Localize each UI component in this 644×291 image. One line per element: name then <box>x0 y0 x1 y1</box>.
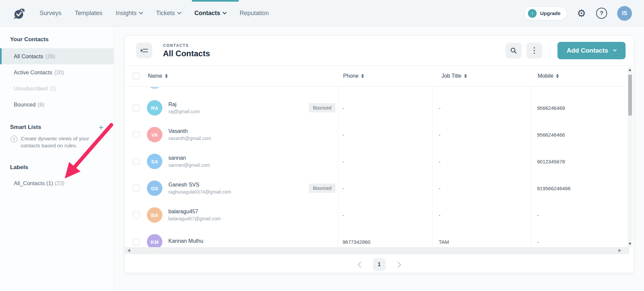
scroll-right-arrow-icon[interactable] <box>619 249 621 252</box>
contact-name: Raj <box>168 101 200 107</box>
add-smart-list-button[interactable]: + <box>99 124 104 131</box>
job-title-cell: TAM <box>439 239 449 245</box>
top-navigation: Surveys Templates Insights Tickets Conta… <box>0 0 644 27</box>
sidebar-item-bounced[interactable]: Bounced (6) <box>0 96 114 113</box>
panel-title: All Contacts <box>163 49 210 58</box>
next-page-chevron[interactable] <box>395 262 401 268</box>
phone-cell: - <box>342 132 344 138</box>
sidebar-item-count: (6) <box>38 101 44 108</box>
contact-email: raj@gmail.com <box>168 109 200 114</box>
row-checkbox[interactable] <box>133 238 140 245</box>
table-row[interactable]: RA Raj raj@gmail.com Bounced - - 9566246… <box>125 94 634 121</box>
search-button[interactable] <box>505 43 522 59</box>
contact-name: sannan <box>168 155 210 161</box>
table-row[interactable]: SA sannan sannan@gmail.com - - 901234567… <box>125 148 634 175</box>
settings-gear-icon[interactable]: ⚙ <box>577 8 586 18</box>
nav-item-templates[interactable]: Templates <box>75 10 102 17</box>
mobile-cell: - <box>537 239 539 245</box>
more-options-button[interactable] <box>526 43 542 59</box>
previous-page-chevron[interactable] <box>358 262 364 268</box>
row-checkbox[interactable] <box>133 185 140 192</box>
help-icon[interactable]: ? <box>596 8 607 19</box>
nav-label: Contacts <box>194 10 220 17</box>
nav-item-surveys[interactable]: Surveys <box>40 10 61 17</box>
scroll-left-arrow-icon[interactable] <box>127 249 130 252</box>
sidebar-item-unsubscribed[interactable]: Unsubscribed (0) <box>0 80 114 96</box>
upgrade-label: Upgrade <box>540 10 560 16</box>
table-row[interactable]: GS Ganesh SVS raghunagula0374@gmail.com … <box>125 175 634 202</box>
upgrade-arrow-icon: ↑ <box>528 9 537 18</box>
smart-lists-title: Smart Lists <box>10 124 41 131</box>
table-row[interactable]: VA Vasanth vasanth@gmail.com - - 9566246… <box>125 121 634 148</box>
contacts-sidebar: Your Contacts All Contacts (26) Active C… <box>0 27 114 291</box>
phone-cell: - <box>342 212 344 218</box>
labels-title: Labels <box>10 164 114 171</box>
nav-item-insights[interactable]: Insights <box>116 10 143 17</box>
select-all-checkbox[interactable] <box>133 73 140 79</box>
avatar: KM <box>147 234 162 247</box>
smart-lists-info: i Create dynamic views of your contacts … <box>11 135 114 149</box>
column-label: Name <box>148 73 162 79</box>
sort-icon <box>361 74 364 78</box>
sidebar-item-count: (0) <box>50 85 56 92</box>
sidebar-item-label: Unsubscribed <box>14 85 48 92</box>
partially-scrolled-row: ganeshsv@surveysparrow.com <box>125 87 634 94</box>
row-checkbox[interactable] <box>133 158 140 165</box>
kebab-icon <box>534 47 535 54</box>
job-title-cell: - <box>439 132 440 138</box>
chevron-down-icon <box>139 10 143 14</box>
row-checkbox[interactable] <box>133 212 140 218</box>
column-header-name[interactable]: Name <box>148 66 168 86</box>
panel-eyebrow: CONTACTS <box>163 43 210 48</box>
phone-cell: - <box>342 105 344 111</box>
column-header-phone[interactable]: Phone <box>343 66 364 86</box>
label-item-all-contacts[interactable]: All_Contacts (1) (23) <box>14 180 114 187</box>
vertical-scrollbar-thumb[interactable] <box>628 75 632 116</box>
column-label: Mobile <box>538 73 553 79</box>
column-header-job-title[interactable]: Job Title <box>441 66 467 86</box>
nav-item-tickets[interactable]: Tickets <box>156 10 181 17</box>
user-avatar[interactable]: IS <box>617 6 632 21</box>
nav-item-reputation[interactable]: Reputation <box>239 10 269 17</box>
nav-label: Surveys <box>40 10 61 17</box>
sort-icon <box>464 74 467 78</box>
vertical-scrollbar[interactable] <box>628 67 633 247</box>
add-contacts-button[interactable]: Add Contacts <box>557 42 626 59</box>
avatar <box>147 87 162 89</box>
upgrade-button[interactable]: ↑ Upgrade <box>524 6 567 20</box>
row-checkbox[interactable] <box>133 131 140 138</box>
table-row[interactable]: BA balaragu457 balaragu457@gmail.com - -… <box>125 202 634 228</box>
page-number-button[interactable]: 1 <box>373 258 386 271</box>
chevron-down-icon <box>223 10 227 14</box>
scroll-up-arrow-icon[interactable] <box>629 69 631 71</box>
collapse-list-button[interactable] <box>136 43 152 59</box>
header-divider <box>550 43 550 58</box>
contact-name: balaragu457 <box>168 209 221 215</box>
sidebar-item-label: Bounced <box>14 101 36 108</box>
status-badge: Bounced <box>309 184 335 193</box>
nav-right-cluster: ↑ Upgrade ⚙ ? IS <box>524 6 644 21</box>
scroll-down-arrow-icon[interactable] <box>629 243 631 245</box>
sidebar-item-count: (26) <box>45 53 55 60</box>
mobile-cell: 9566246466 <box>537 132 565 138</box>
sidebar-item-active-contacts[interactable]: Active Contacts (20) <box>0 64 114 80</box>
contact-email: sannan@gmail.com <box>168 162 210 168</box>
sort-icon <box>165 74 168 78</box>
horizontal-scrollbar[interactable] <box>125 247 629 254</box>
nav-items: Surveys Templates Insights Tickets Conta… <box>40 10 269 17</box>
table-row[interactable]: KM Kannan Muthu 9677342860 TAM - <box>125 228 634 247</box>
table-row[interactable]: ganeshsv@surveysparrow.com <box>125 87 634 94</box>
chevron-down-icon <box>177 10 182 14</box>
surveysparrow-logo[interactable] <box>11 6 27 21</box>
avatar: RA <box>147 100 162 116</box>
column-label: Phone <box>343 73 359 79</box>
mobile-cell: 9012345678 <box>537 159 565 164</box>
chevron-down-icon <box>613 48 616 52</box>
contact-name: Ganesh SVS <box>168 182 231 188</box>
column-divider <box>531 66 531 247</box>
column-header-mobile[interactable]: Mobile <box>538 66 559 86</box>
contact-email: raghunagula0374@gmail.com <box>168 189 231 195</box>
row-checkbox[interactable] <box>133 104 140 111</box>
nav-item-contacts[interactable]: Contacts <box>194 10 226 17</box>
sidebar-item-all-contacts[interactable]: All Contacts (26) <box>0 48 114 64</box>
